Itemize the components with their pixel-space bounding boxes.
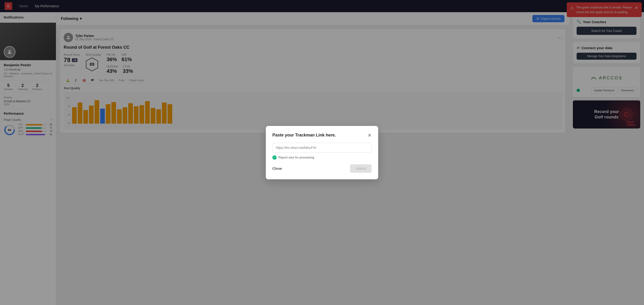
- modal-success-message: ✓ Report sent for processing: [272, 156, 372, 160]
- modal-title: Paste your Trackman Link here.: [272, 133, 336, 138]
- modal-close-icon[interactable]: ✕: [368, 132, 372, 138]
- success-checkmark-icon: ✓: [272, 156, 276, 160]
- modal-actions: Close Submit: [272, 164, 372, 173]
- trackman-modal: Paste your Trackman Link here. ✕ ✓ Repor…: [266, 126, 378, 179]
- modal-close-button[interactable]: Close: [272, 166, 282, 170]
- trackman-url-input[interactable]: [272, 143, 372, 152]
- modal-submit-button[interactable]: Submit: [350, 164, 372, 173]
- modal-header: Paste your Trackman Link here. ✕: [272, 132, 372, 138]
- modal-overlay[interactable]: Paste your Trackman Link here. ✕ ✓ Repor…: [0, 0, 644, 305]
